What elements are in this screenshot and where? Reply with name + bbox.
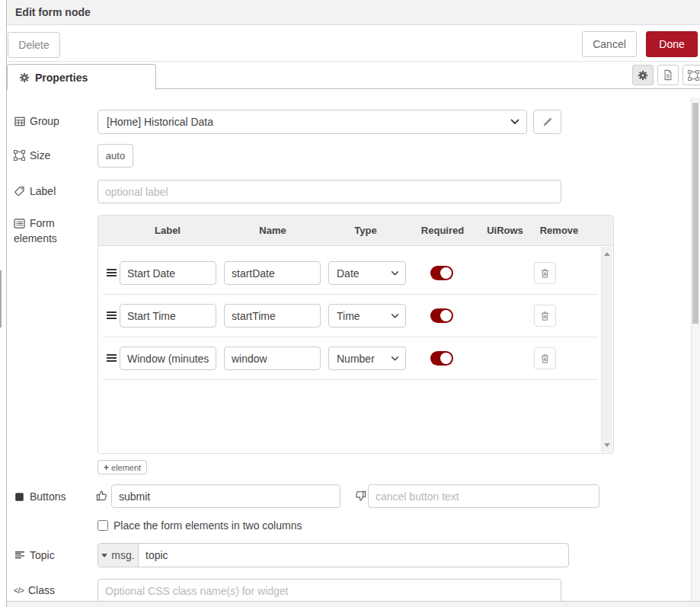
toggle-knob	[440, 310, 452, 321]
column-header-remove: Remove	[540, 225, 579, 236]
toggle-knob	[440, 267, 452, 279]
element-label-input[interactable]	[120, 347, 216, 370]
document-icon	[663, 69, 674, 81]
scroll-up-icon[interactable]	[604, 252, 610, 256]
topic-type-label: msg.	[111, 549, 134, 561]
form-elements-field-label: Form elements	[14, 216, 93, 246]
done-button[interactable]: Done	[646, 31, 698, 57]
plus-icon: +	[104, 462, 109, 473]
element-label-input[interactable]	[120, 304, 216, 327]
two-columns-label: Place the form elements in two columns	[113, 519, 302, 532]
column-header-uirows: UiRows	[487, 225, 523, 236]
code-icon: </>	[14, 586, 24, 595]
drag-handle-icon[interactable]	[106, 353, 117, 363]
group-select[interactable]: [Home] Historical Data	[97, 110, 527, 134]
dialog-header: Edit form node	[7, 0, 700, 25]
node-description-button[interactable]	[657, 65, 679, 85]
row-divider	[103, 294, 598, 295]
node-settings-button[interactable]	[632, 65, 654, 85]
topic-value[interactable]: topic	[139, 549, 168, 561]
topic-type-select[interactable]: msg.	[98, 544, 139, 567]
column-header-required: Required	[421, 225, 464, 236]
dialog-toolbar: Delete Cancel Done	[7, 25, 700, 62]
edit-form-node-dialog: Edit form node Delete Cancel Done Proper…	[0, 0, 700, 607]
required-toggle[interactable]	[430, 266, 453, 280]
scroll-down-icon[interactable]	[604, 443, 610, 447]
element-name-input[interactable]	[224, 304, 321, 327]
chevron-down-icon	[391, 356, 399, 361]
dialog-title: Edit form node	[15, 6, 91, 18]
gear-icon	[18, 72, 30, 83]
list-alt-icon	[14, 218, 25, 229]
class-field-label: </> Class	[14, 584, 93, 596]
size-button[interactable]: auto	[97, 144, 133, 168]
column-header-label: Label	[155, 225, 181, 236]
label-input[interactable]	[97, 180, 561, 203]
row-divider	[103, 379, 598, 380]
list-lines-icon	[14, 550, 25, 561]
panel-resize-divider[interactable]	[0, 0, 7, 607]
gear-icon	[638, 69, 649, 81]
submit-button-text-input[interactable]	[111, 484, 340, 508]
required-toggle[interactable]	[430, 308, 453, 323]
two-columns-checkbox[interactable]	[97, 520, 108, 531]
caret-down-icon	[101, 554, 107, 557]
element-type-select[interactable]: Date	[328, 261, 406, 285]
element-name-input[interactable]	[224, 347, 321, 370]
class-input[interactable]	[97, 579, 561, 602]
add-element-button[interactable]: + element	[97, 460, 147, 474]
tab-properties[interactable]: Properties	[7, 64, 156, 90]
row-divider	[103, 337, 598, 337]
topic-typed-input[interactable]: msg. topic	[97, 543, 569, 567]
scrollbar-thumb[interactable]	[692, 103, 698, 324]
remove-element-button[interactable]	[534, 262, 556, 284]
group-field-label: Group	[14, 115, 93, 127]
cancel-button[interactable]: Cancel	[582, 31, 637, 57]
object-group-icon	[688, 69, 699, 81]
group-select-value: [Home] Historical Data	[107, 116, 213, 128]
trash-icon	[539, 267, 551, 279]
square-icon	[14, 491, 25, 503]
dialog-scrollbar[interactable]	[691, 97, 700, 601]
column-header-type: Type	[354, 225, 376, 236]
form-elements-table: Label Name Type Required UiRows Remove D…	[97, 215, 614, 454]
table-icon	[14, 116, 25, 127]
required-toggle[interactable]	[430, 351, 453, 366]
element-type-select[interactable]: Number	[328, 347, 406, 370]
label-field-label: Label	[14, 185, 93, 197]
drag-handle-icon[interactable]	[106, 311, 117, 320]
tab-properties-label: Properties	[35, 72, 88, 84]
trash-icon	[539, 310, 551, 321]
element-name-input[interactable]	[224, 261, 321, 285]
tab-bar: Properties	[7, 62, 700, 89]
column-header-name: Name	[259, 225, 286, 236]
edit-group-button[interactable]	[533, 110, 561, 134]
thumbs-up-icon	[96, 490, 108, 502]
toggle-knob	[440, 353, 452, 364]
tag-icon	[14, 186, 25, 197]
size-field-label: Size	[14, 149, 93, 161]
chevron-down-icon	[391, 270, 399, 276]
buttons-field-label: Buttons	[14, 490, 93, 503]
pencil-icon	[542, 117, 553, 128]
drag-handle-icon[interactable]	[106, 268, 117, 277]
table-scrollbar[interactable]	[601, 247, 612, 452]
thumbs-down-icon	[355, 490, 367, 503]
topic-field-label: Topic	[14, 549, 93, 561]
two-columns-option[interactable]: Place the form elements in two columns	[97, 519, 302, 532]
chevron-down-icon	[510, 119, 519, 125]
element-label-input[interactable]	[120, 261, 216, 285]
node-appearance-button[interactable]	[682, 65, 700, 85]
cancel-button-text-input[interactable]	[368, 484, 599, 508]
form-elements-table-header: Label Name Type Required UiRows Remove	[98, 216, 613, 246]
delete-button[interactable]: Delete	[8, 32, 60, 58]
divider-grip[interactable]	[0, 270, 2, 327]
chevron-down-icon	[391, 313, 399, 318]
tray-footer	[7, 601, 700, 607]
object-group-icon	[14, 150, 25, 161]
remove-element-button[interactable]	[534, 347, 556, 369]
trash-icon	[539, 353, 551, 364]
element-type-select[interactable]: Time	[328, 304, 406, 327]
remove-element-button[interactable]	[534, 305, 556, 327]
